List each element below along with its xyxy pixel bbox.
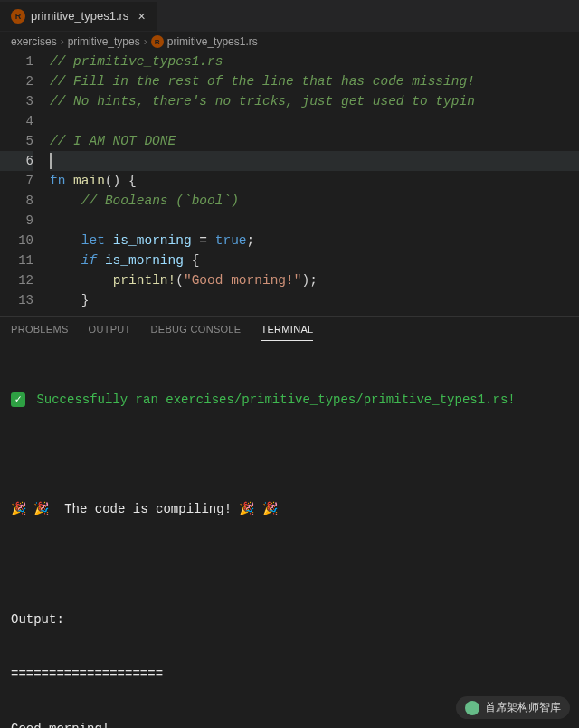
tab-bar: R primitive_types1.rs × xyxy=(0,0,579,32)
rust-file-icon: R xyxy=(11,9,25,24)
tab-problems[interactable]: PROBLEMS xyxy=(11,324,69,341)
tab-label: primitive_types1.rs xyxy=(31,9,128,23)
terminal-text: 🎉 🎉 The code is compiling! 🎉 🎉 xyxy=(11,500,568,518)
chevron-right-icon: › xyxy=(61,35,64,48)
terminal-text: ==================== xyxy=(11,665,568,683)
line-gutter: 1 2 3 4 5 6 7 8 9 10 11 12 13 xyxy=(0,52,50,310)
editor-cursor xyxy=(50,153,52,169)
code-text: // primitive_types1.rs xyxy=(50,54,223,69)
close-icon[interactable]: × xyxy=(138,9,145,24)
tab-terminal[interactable]: TERMINAL xyxy=(261,324,313,341)
breadcrumb[interactable]: exercises › primitive_types › R primitiv… xyxy=(0,32,579,52)
tab-output[interactable]: OUTPUT xyxy=(89,324,131,341)
wechat-icon xyxy=(465,701,479,715)
code-text: // Fill in the rest of the line that has… xyxy=(50,74,475,89)
watermark: 首席架构师智库 xyxy=(456,696,570,719)
code-text: // I AM NOT DONE xyxy=(50,134,176,148)
terminal-text: Good morning! xyxy=(11,720,568,728)
rust-file-icon: R xyxy=(151,35,164,48)
tab-debug-console[interactable]: DEBUG CONSOLE xyxy=(151,324,242,341)
breadcrumb-seg[interactable]: primitive_types xyxy=(68,35,140,48)
check-icon: ✓ xyxy=(11,392,25,407)
chevron-right-icon: › xyxy=(144,35,147,48)
breadcrumb-seg[interactable]: primitive_types1.rs xyxy=(167,35,258,48)
code-editor[interactable]: 1 2 3 4 5 6 7 8 9 10 11 12 13 // primiti… xyxy=(0,52,579,310)
terminal-output[interactable]: ✓ Successfully ran exercises/primitive_t… xyxy=(0,341,579,728)
terminal-text: Successfully ran exercises/primitive_typ… xyxy=(29,392,516,407)
file-tab[interactable]: R primitive_types1.rs × xyxy=(0,2,157,31)
panel-tab-bar: PROBLEMS OUTPUT DEBUG CONSOLE TERMINAL xyxy=(0,316,579,341)
terminal-text: Output: xyxy=(11,610,568,629)
breadcrumb-seg[interactable]: exercises xyxy=(11,35,57,48)
code-text: // No hints, there's no tricks, just get… xyxy=(50,94,475,109)
code-body[interactable]: // primitive_types1.rs // Fill in the re… xyxy=(50,52,579,310)
